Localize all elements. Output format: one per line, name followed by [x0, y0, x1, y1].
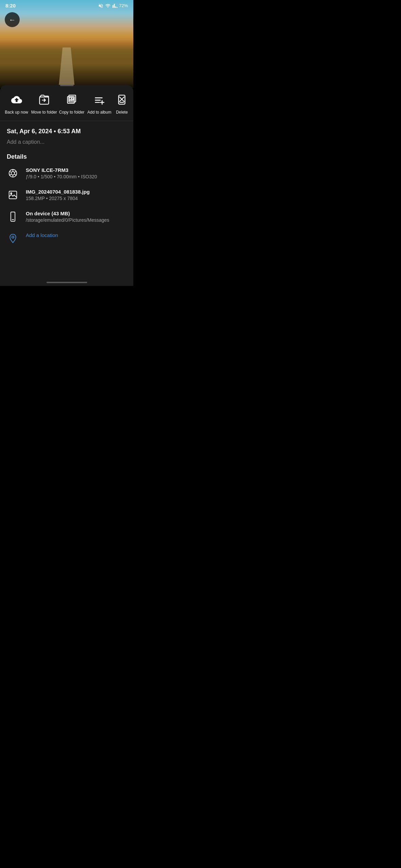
photo-image [0, 0, 133, 88]
copy-image-icon [64, 92, 79, 107]
cloud-upload-icon [9, 92, 24, 107]
camera-shutter-icon [7, 167, 19, 179]
bottom-spacer [0, 254, 133, 274]
signal-icon [112, 3, 118, 8]
info-section: Sat, Apr 6, 2024 • 6:53 AM Add a caption… [0, 121, 133, 244]
action-move-to-folder[interactable]: Move to folder [31, 92, 58, 115]
wifi-icon [105, 3, 111, 8]
back-up-now-label: Back up now [5, 110, 28, 115]
camera-settings: ƒ/9.0 • 1/500 • 70.00mm • ISO320 [26, 174, 127, 179]
storage-size: On device (43 MB) [26, 211, 127, 216]
camera-detail-row: SONY ILCE-7RM3 ƒ/9.0 • 1/500 • 70.00mm •… [7, 167, 127, 179]
svg-rect-22 [9, 191, 17, 199]
add-to-album-label: Add to album [88, 110, 112, 115]
copy-to-folder-label: Copy to folder [59, 110, 84, 115]
status-bar: 8:20 72% [0, 0, 133, 10]
storage-path: /storage/emulated/0/Pictures/Messages [26, 217, 127, 223]
storage-detail-row: On device (43 MB) /storage/emulated/0/Pi… [7, 211, 127, 223]
svg-point-23 [11, 193, 12, 194]
file-detail-text: IMG_20240704_081838.jpg 158.2MP • 20275 … [26, 189, 127, 201]
drag-handle [60, 85, 74, 86]
status-time: 8:20 [5, 3, 16, 8]
file-detail-row: IMG_20240704_081838.jpg 158.2MP • 20275 … [7, 189, 127, 201]
home-indicator [46, 282, 87, 283]
folder-move-icon [37, 92, 52, 107]
file-info: 158.2MP • 20275 x 7804 [26, 196, 127, 201]
details-heading: Details [7, 153, 127, 160]
mute-icon [98, 3, 103, 8]
photo-date: Sat, Apr 6, 2024 • 6:53 AM [7, 128, 127, 135]
add-to-album-icon [92, 92, 107, 107]
location-detail-row[interactable]: Add a location [7, 232, 127, 244]
action-copy-to-folder[interactable]: Copy to folder [58, 92, 85, 115]
location-pin-icon [7, 232, 19, 244]
actions-row: Back up now Move to folder [0, 88, 133, 121]
phone-storage-icon [7, 211, 19, 223]
back-button[interactable]: ← [5, 12, 20, 27]
bottom-nav [0, 274, 133, 286]
file-name: IMG_20240704_081838.jpg [26, 189, 127, 195]
back-arrow-icon: ← [9, 16, 16, 23]
camera-model: SONY ILCE-7RM3 [26, 167, 127, 173]
location-detail-text[interactable]: Add a location [26, 232, 127, 238]
battery-text: 72% [119, 3, 128, 8]
action-add-to-album[interactable]: Add to album [86, 92, 113, 115]
camera-detail-text: SONY ILCE-7RM3 ƒ/9.0 • 1/500 • 70.00mm •… [26, 167, 127, 179]
delete-device-icon [114, 92, 129, 107]
caption-field[interactable]: Add a caption... [7, 139, 127, 145]
storage-detail-text: On device (43 MB) /storage/emulated/0/Pi… [26, 211, 127, 223]
move-to-folder-label: Move to folder [31, 110, 57, 115]
svg-point-26 [12, 236, 14, 238]
image-file-icon [7, 189, 19, 201]
svg-point-15 [11, 172, 15, 175]
add-location-label[interactable]: Add a location [26, 232, 127, 238]
delete-device-label: Delete [116, 110, 128, 115]
photo-area: ← [0, 0, 133, 88]
action-delete-device[interactable]: Delete [113, 92, 130, 115]
action-back-up-now[interactable]: Back up now [3, 92, 30, 115]
bottom-sheet: Back up now Move to folder [0, 85, 133, 286]
status-icons: 72% [98, 3, 128, 8]
svg-rect-0 [40, 97, 49, 104]
